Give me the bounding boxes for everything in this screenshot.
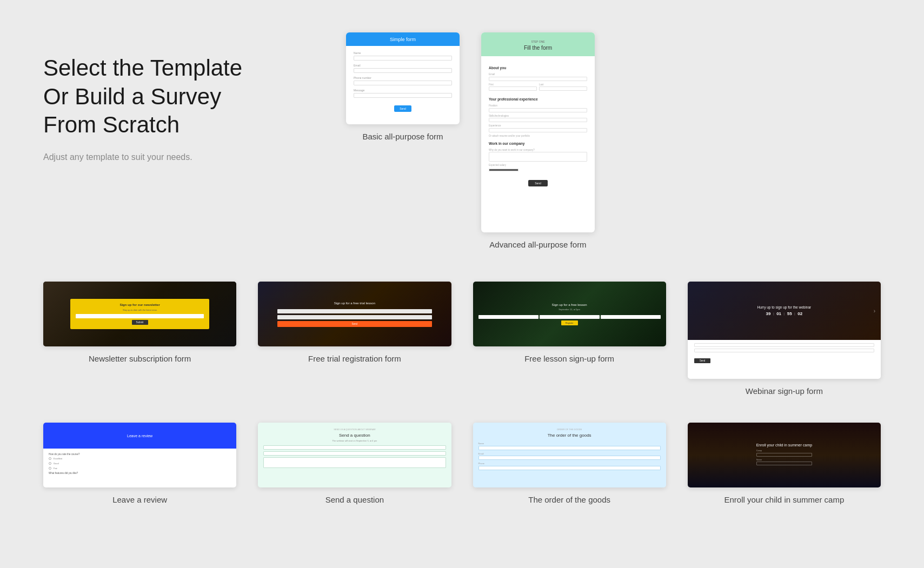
free-lesson-preview[interactable]: Sign up for a free lesson September 11, … xyxy=(473,282,666,346)
free-lesson-label: Free lesson sign-up form xyxy=(524,354,614,363)
summer-camp-preview[interactable]: Enroll your child in summer camp Camp Na… xyxy=(688,423,881,487)
webinar-card[interactable]: Hurry up to sign up for the webinar 39 :… xyxy=(688,282,881,396)
webinar-chevron-icon: › xyxy=(874,308,875,314)
hero-title: Select the Template Or Build a Survey Fr… xyxy=(43,54,303,139)
row2-grid: Leave a review How do you rate the cours… xyxy=(43,423,881,504)
hero-subtitle: Adjust any template to suit your needs. xyxy=(43,152,303,162)
free-trial-card[interactable]: Sign up for a free trial lesson Send Fre… xyxy=(258,282,451,396)
send-question-label: Send a question xyxy=(325,495,384,504)
row2-section: Leave a review How do you rate the cours… xyxy=(43,423,881,504)
order-label: The order of the goods xyxy=(528,495,610,504)
review-label: Leave a review xyxy=(112,495,167,504)
newsletter-label: Newsletter subscription form xyxy=(89,354,191,363)
row1-section: Sign up for our newsletter Stay up-to-da… xyxy=(43,282,881,396)
advanced-form-preview[interactable]: STEP ONE Fill the form About you Email F… xyxy=(481,32,595,232)
advanced-form-label: Advanced all-purpose form xyxy=(489,240,586,249)
send-question-preview[interactable]: SEND US A QUESTION ABOUT WEBINAR Send a … xyxy=(258,423,451,487)
order-preview[interactable]: ORDER OF THE GOODS The order of the good… xyxy=(473,423,666,487)
review-card[interactable]: Leave a review How do you rate the cours… xyxy=(43,423,236,504)
hero-text: Select the Template Or Build a Survey Fr… xyxy=(43,32,303,162)
send-question-card[interactable]: SEND US A QUESTION ABOUT WEBINAR Send a … xyxy=(258,423,451,504)
webinar-label: Webinar sign-up form xyxy=(746,386,823,396)
row1-grid: Sign up for our newsletter Stay up-to-da… xyxy=(43,282,881,396)
free-trial-preview[interactable]: Sign up for a free trial lesson Send xyxy=(258,282,451,346)
newsletter-preview[interactable]: Sign up for our newsletter Stay up-to-da… xyxy=(43,282,236,346)
webinar-preview[interactable]: Hurry up to sign up for the webinar 39 :… xyxy=(688,282,881,379)
order-card[interactable]: ORDER OF THE GOODS The order of the good… xyxy=(473,423,666,504)
basic-form-header: Simple form xyxy=(346,32,460,46)
top-section: Select the Template Or Build a Survey Fr… xyxy=(43,32,881,249)
main-container: Select the Template Or Build a Survey Fr… xyxy=(0,0,924,564)
free-lesson-card[interactable]: Sign up for a free lesson September 11, … xyxy=(473,282,666,396)
basic-form-preview[interactable]: Simple form Name Email Phone number Mess… xyxy=(346,32,460,124)
basic-form-card[interactable]: Simple form Name Email Phone number Mess… xyxy=(346,32,460,141)
summer-camp-card[interactable]: Enroll your child in summer camp Camp Na… xyxy=(688,423,881,504)
review-preview[interactable]: Leave a review How do you rate the cours… xyxy=(43,423,236,487)
basic-form-label: Basic all-purpose form xyxy=(362,132,443,141)
advanced-form-card[interactable]: STEP ONE Fill the form About you Email F… xyxy=(481,32,595,249)
newsletter-card[interactable]: Sign up for our newsletter Stay up-to-da… xyxy=(43,282,236,396)
basic-form-body: Name Email Phone number Message Send xyxy=(346,46,460,117)
free-trial-label: Free trial registration form xyxy=(308,354,401,363)
summer-camp-label: Enroll your child in summer camp xyxy=(724,495,845,504)
top-cards: Simple form Name Email Phone number Mess… xyxy=(346,32,595,249)
